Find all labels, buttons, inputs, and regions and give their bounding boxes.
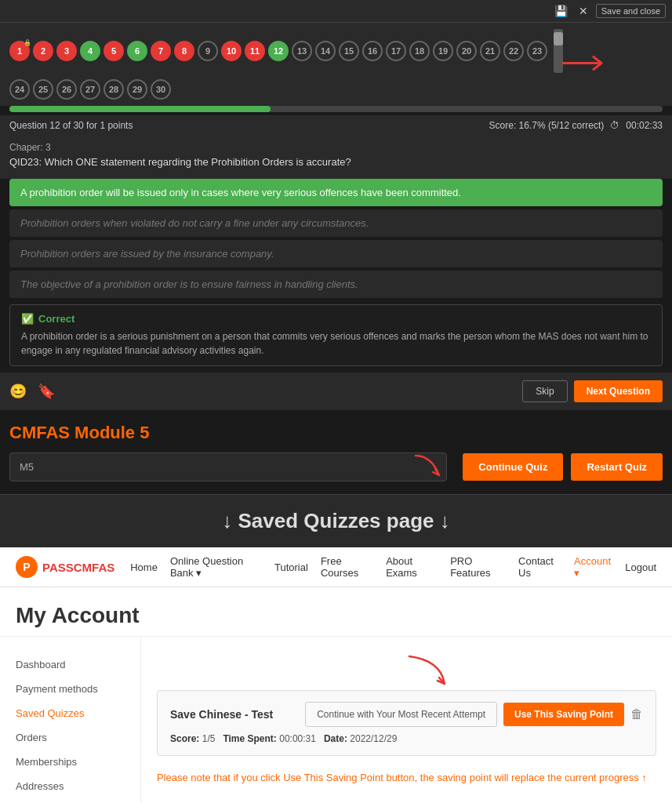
score-text: Score: 16.7% (5/12 correct) [489, 120, 605, 131]
q-btn-25[interactable]: 25 [33, 79, 53, 100]
delete-quiz-button[interactable]: 🗑 [630, 707, 643, 721]
save-close-button[interactable]: Save and close [596, 4, 666, 18]
q-btn-23[interactable]: 23 [527, 41, 547, 61]
q-btn-30[interactable]: 30 [151, 79, 171, 100]
nav-question-bank[interactable]: Online Question Bank ▾ [170, 555, 262, 579]
topbar: 💾 ✕ Save and close [0, 0, 672, 23]
q-btn-22[interactable]: 22 [503, 41, 524, 61]
q-btn-9[interactable]: 9 [198, 41, 218, 61]
logo-icon: P [16, 556, 38, 578]
q-btn-24[interactable]: 24 [9, 79, 30, 100]
site-logo[interactable]: P PASSCMFAS [16, 556, 114, 578]
saved-quiz-card: Save Chinese - Test Continue with Your M… [157, 690, 656, 756]
q-btn-27[interactable]: 27 [80, 79, 100, 100]
sidebar-orders[interactable]: Orders [0, 725, 140, 750]
account-page: My Account Dashboard Payment methods Sav… [0, 587, 672, 803]
quiz-card-actions: Continue with Your Most Recent Attempt U… [305, 702, 643, 727]
close-icon-button[interactable]: ✕ [576, 3, 591, 19]
answer-option-2[interactable]: Prohibition orders when violated do not … [9, 209, 663, 237]
nav-contact-us[interactable]: Contact Us [518, 555, 561, 579]
nav-logout[interactable]: Logout [625, 561, 656, 573]
feedback-text: A prohibition order is a serious punishm… [21, 329, 651, 358]
nav-pro-features[interactable]: PRO Features [450, 555, 506, 579]
account-layout: Dashboard Payment methods Saved Quizzes … [0, 637, 672, 803]
q-btn-17[interactable]: 17 [386, 41, 406, 61]
q-btn-15[interactable]: 15 [339, 41, 359, 61]
answer-option-3[interactable]: Prohibition orders are issued by the ins… [9, 240, 663, 267]
sidebar-memberships[interactable]: Memberships [0, 750, 140, 774]
use-saving-point-button[interactable]: Use This Saving Point [503, 703, 624, 726]
continue-attempt-button[interactable]: Continue with Your Most Recent Attempt [305, 702, 497, 727]
timer-display: 00:02:33 [626, 120, 663, 131]
q-btn-16[interactable]: 16 [362, 41, 383, 61]
progress-bar-fill [9, 106, 271, 112]
next-question-button[interactable]: Next Question [574, 380, 663, 402]
q-btn-2[interactable]: 2 [33, 41, 53, 61]
module-input-row: Continue Quiz Restart Quiz [9, 452, 663, 481]
site-header: P PASSCMFAS Home Online Question Bank ▾ … [0, 547, 672, 587]
q-btn-19[interactable]: 19 [433, 41, 453, 61]
q-btn-4[interactable]: 4 [80, 41, 100, 61]
quiz-header: Question 12 of 30 for 1 points Score: 16… [0, 115, 672, 136]
q-btn-8[interactable]: 8 [174, 41, 194, 61]
sidebar-dashboard[interactable]: Dashboard [0, 652, 140, 677]
action-row: 😊 🔖 Skip Next Question [0, 372, 672, 410]
action-buttons: Skip Next Question [522, 380, 663, 402]
clock-icon: ⏱ [610, 120, 619, 131]
nav-account[interactable]: Account ▾ [574, 555, 612, 579]
module-section: CMFAS Module 5 Continue Quiz Restart Qui… [0, 410, 672, 494]
q-btn-11[interactable]: 11 [245, 41, 265, 61]
sidebar-addresses[interactable]: Addresses [0, 774, 140, 798]
logo-text: PASSCMFAS [42, 561, 114, 574]
nav-about-exams[interactable]: About Exams [386, 555, 438, 579]
saved-quizzes-divider: ↓ Saved Quizzes page ↓ [0, 494, 672, 547]
module-input[interactable] [9, 452, 447, 481]
q-btn-10[interactable]: 10 [221, 41, 242, 61]
skip-button[interactable]: Skip [522, 380, 567, 402]
feedback-status: ✅ Correct [21, 313, 651, 325]
answer-option-1[interactable]: A prohibition order will be issued only … [9, 179, 663, 206]
q-btn-29[interactable]: 29 [127, 79, 147, 100]
question-body: Chaper: 3 QID23: Which ONE statement reg… [0, 136, 672, 179]
nav-home[interactable]: Home [130, 561, 158, 573]
q-btn-6[interactable]: 6 [127, 41, 147, 61]
account-main: Save Chinese - Test Continue with Your M… [141, 637, 672, 803]
q-btn-7[interactable]: 7 [151, 41, 171, 61]
nav-free-courses[interactable]: Free Courses [321, 555, 373, 579]
account-page-title: My Account [0, 587, 672, 637]
feedback-box: ✅ Correct A prohibition order is a serio… [9, 304, 663, 366]
site-navigation: Home Online Question Bank ▾ Tutorial Fre… [130, 555, 656, 579]
action-icons: 😊 🔖 [9, 383, 55, 400]
arrow-to-card [157, 652, 656, 684]
q-btn-28[interactable]: 28 [104, 79, 124, 100]
q-btn-1[interactable]: 1 [9, 41, 30, 61]
nav-tutorial[interactable]: Tutorial [274, 561, 308, 573]
question-navigation: 1 2 3 4 5 6 7 8 9 10 11 12 13 14 15 16 1… [0, 23, 672, 106]
sidebar-payment-methods[interactable]: Payment methods [0, 677, 140, 701]
q-btn-3[interactable]: 3 [56, 41, 77, 61]
question-text: QID23: Which ONE statement regarding the… [9, 156, 663, 168]
q-btn-26[interactable]: 26 [56, 79, 77, 100]
continue-quiz-button[interactable]: Continue Quiz [463, 453, 563, 481]
module-title: CMFAS Module 5 [9, 423, 663, 443]
quiz-card-meta: Score: 1/5 Time Spent: 00:00:31 Date: 20… [170, 733, 643, 744]
progress-bar-container [9, 106, 663, 112]
sidebar-saved-quizzes[interactable]: Saved Quizzes [0, 701, 140, 725]
dropdown-chevron-icon: ▾ [196, 567, 202, 579]
q-btn-18[interactable]: 18 [409, 41, 430, 61]
sidebar-paypal-payments[interactable]: PayPal payments [0, 798, 140, 803]
restart-quiz-button[interactable]: Restart Quiz [571, 453, 663, 481]
bookmark-icon[interactable]: 🔖 [38, 383, 55, 400]
q-btn-5[interactable]: 5 [104, 41, 124, 61]
save-icon-button[interactable]: 💾 [551, 3, 571, 19]
q-btn-14[interactable]: 14 [315, 41, 336, 61]
account-chevron-icon: ▾ [574, 567, 579, 579]
arrow-hint [562, 54, 609, 75]
quiz-card-header: Save Chinese - Test Continue with Your M… [170, 702, 643, 727]
emoji-icon[interactable]: 😊 [9, 383, 27, 400]
q-btn-12[interactable]: 12 [268, 41, 289, 61]
q-btn-20[interactable]: 20 [456, 41, 477, 61]
answer-option-4[interactable]: The objective of a prohibition order is … [9, 271, 663, 298]
q-btn-21[interactable]: 21 [480, 41, 500, 61]
q-btn-13[interactable]: 13 [292, 41, 312, 61]
